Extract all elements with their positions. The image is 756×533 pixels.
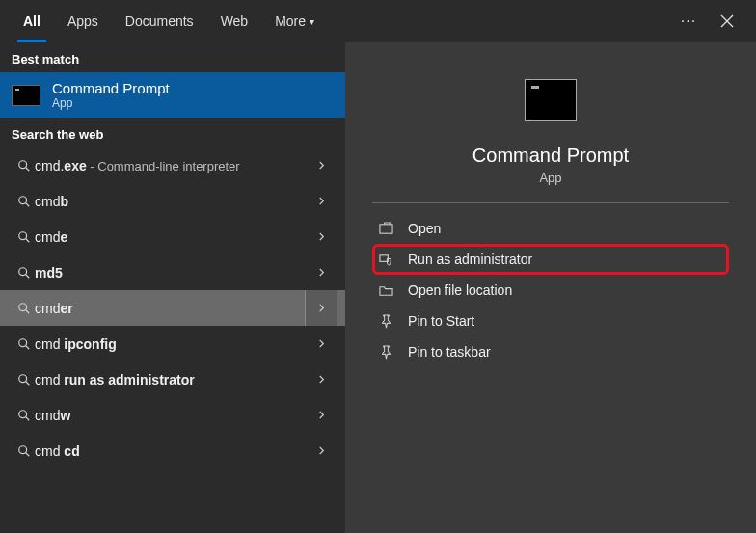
search-icon — [14, 159, 35, 173]
web-result-text: md5 — [35, 265, 305, 280]
detail-subtitle: App — [539, 171, 561, 185]
action-open[interactable]: Open — [372, 213, 729, 244]
best-match-subtitle: App — [52, 96, 170, 110]
web-result-text: cmd.exe - Command-line interpreter — [35, 158, 305, 173]
web-result-text: cmd ipconfig — [35, 336, 305, 352]
best-match-result[interactable]: Command Prompt App — [0, 72, 345, 118]
action-label: Pin to Start — [408, 313, 474, 329]
command-prompt-icon — [525, 79, 577, 121]
search-icon — [14, 266, 35, 280]
svg-point-14 — [19, 410, 27, 417]
shield-icon — [377, 253, 394, 267]
action-label: Open file location — [408, 282, 512, 298]
web-result-item[interactable]: cmd run as administrator — [0, 361, 345, 397]
svg-line-17 — [26, 452, 30, 456]
web-result-text: cmder — [35, 301, 305, 316]
svg-line-1 — [26, 167, 30, 171]
svg-point-10 — [19, 338, 27, 346]
svg-point-6 — [19, 267, 27, 275]
chevron-right-icon[interactable] — [305, 147, 338, 183]
more-options-button[interactable]: ··· — [669, 0, 708, 42]
tab-apps[interactable]: Apps — [54, 0, 112, 42]
web-result-text: cmdb — [35, 194, 305, 209]
divider — [372, 202, 729, 203]
search-icon — [14, 337, 35, 351]
section-search-web: Search the web — [0, 118, 345, 147]
web-result-item[interactable]: md5 — [0, 254, 345, 290]
svg-point-0 — [19, 160, 27, 168]
action-label: Pin to taskbar — [408, 344, 491, 360]
detail-title: Command Prompt — [472, 145, 629, 167]
detail-panel: Command Prompt App Open Run as administr… — [345, 42, 756, 533]
action-run-as-administrator[interactable]: Run as administrator — [372, 244, 729, 275]
search-icon — [14, 195, 35, 208]
svg-rect-18 — [379, 224, 392, 232]
tab-more[interactable]: More ▾ — [261, 0, 328, 42]
best-match-title: Command Prompt — [52, 80, 170, 96]
tab-all[interactable]: All — [10, 0, 54, 42]
web-result-text: cmde — [35, 229, 305, 245]
chevron-down-icon: ▾ — [310, 16, 314, 27]
chevron-right-icon[interactable] — [305, 433, 338, 468]
results-panel: Best match Command Prompt App Search the… — [0, 42, 345, 533]
web-result-text: cmd cd — [35, 443, 305, 459]
svg-line-5 — [26, 238, 30, 242]
pin-icon — [377, 345, 394, 360]
close-button[interactable] — [708, 0, 746, 42]
search-icon — [14, 230, 35, 244]
svg-point-2 — [19, 196, 27, 203]
chevron-right-icon[interactable] — [305, 183, 338, 219]
svg-point-8 — [19, 303, 27, 310]
web-result-item[interactable]: cmdb — [0, 183, 345, 219]
svg-point-16 — [19, 445, 27, 453]
svg-line-7 — [26, 274, 30, 278]
chevron-right-icon[interactable] — [305, 326, 338, 361]
svg-point-12 — [19, 374, 27, 382]
action-open-file-location[interactable]: Open file location — [372, 275, 729, 306]
section-best-match: Best match — [0, 42, 345, 72]
tab-web[interactable]: Web — [207, 0, 262, 42]
web-result-item[interactable]: cmdw — [0, 397, 345, 433]
chevron-right-icon[interactable] — [305, 219, 338, 254]
chevron-right-icon[interactable] — [305, 290, 338, 326]
search-icon — [14, 444, 35, 458]
pin-icon — [377, 314, 394, 329]
folder-icon — [377, 283, 394, 298]
tab-documents[interactable]: Documents — [112, 0, 207, 42]
search-icon — [14, 373, 35, 386]
web-result-item[interactable]: cmd.exe - Command-line interpreter — [0, 147, 345, 183]
action-pin-to-start[interactable]: Pin to Start — [372, 306, 729, 336]
command-prompt-icon — [12, 85, 40, 106]
search-icon — [14, 302, 35, 315]
web-result-item[interactable]: cmde — [0, 219, 345, 254]
action-label: Run as administrator — [408, 252, 532, 267]
web-result-text: cmdw — [35, 408, 305, 423]
web-result-item[interactable]: cmd ipconfig — [0, 326, 345, 361]
search-tabs: All Apps Documents Web More ▾ ··· — [0, 0, 756, 42]
action-label: Open — [408, 221, 441, 236]
svg-line-9 — [26, 309, 30, 313]
web-result-item[interactable]: cmd cd — [0, 433, 345, 468]
svg-point-4 — [19, 231, 27, 239]
svg-line-15 — [26, 416, 30, 420]
chevron-right-icon[interactable] — [305, 397, 338, 433]
search-icon — [14, 409, 35, 422]
svg-line-11 — [26, 345, 30, 349]
svg-line-13 — [26, 381, 30, 385]
chevron-right-icon[interactable] — [305, 361, 338, 397]
open-icon — [377, 222, 394, 236]
svg-line-3 — [26, 202, 30, 206]
action-pin-to-taskbar[interactable]: Pin to taskbar — [372, 336, 729, 367]
chevron-right-icon[interactable] — [305, 254, 338, 290]
web-result-item[interactable]: cmder — [0, 290, 345, 326]
web-result-text: cmd run as administrator — [35, 372, 305, 387]
